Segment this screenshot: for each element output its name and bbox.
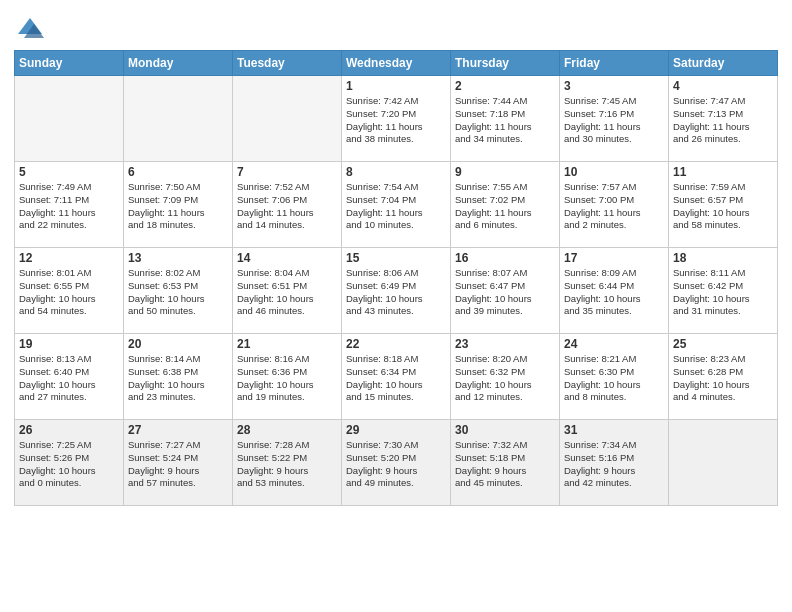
calendar-cell: 17Sunrise: 8:09 AM Sunset: 6:44 PM Dayli… [560, 248, 669, 334]
day-number: 30 [455, 423, 555, 437]
day-number: 3 [564, 79, 664, 93]
calendar-cell [669, 420, 778, 506]
calendar-cell: 7Sunrise: 7:52 AM Sunset: 7:06 PM Daylig… [233, 162, 342, 248]
day-number: 16 [455, 251, 555, 265]
calendar-weekday-wednesday: Wednesday [342, 51, 451, 76]
day-info: Sunrise: 7:30 AM Sunset: 5:20 PM Dayligh… [346, 439, 446, 490]
day-info: Sunrise: 7:32 AM Sunset: 5:18 PM Dayligh… [455, 439, 555, 490]
day-info: Sunrise: 8:09 AM Sunset: 6:44 PM Dayligh… [564, 267, 664, 318]
day-number: 15 [346, 251, 446, 265]
day-info: Sunrise: 8:21 AM Sunset: 6:30 PM Dayligh… [564, 353, 664, 404]
day-info: Sunrise: 7:47 AM Sunset: 7:13 PM Dayligh… [673, 95, 773, 146]
day-info: Sunrise: 7:59 AM Sunset: 6:57 PM Dayligh… [673, 181, 773, 232]
calendar-cell: 2Sunrise: 7:44 AM Sunset: 7:18 PM Daylig… [451, 76, 560, 162]
calendar-cell: 10Sunrise: 7:57 AM Sunset: 7:00 PM Dayli… [560, 162, 669, 248]
calendar-cell: 15Sunrise: 8:06 AM Sunset: 6:49 PM Dayli… [342, 248, 451, 334]
calendar-week-3: 19Sunrise: 8:13 AM Sunset: 6:40 PM Dayli… [15, 334, 778, 420]
calendar-week-1: 5Sunrise: 7:49 AM Sunset: 7:11 PM Daylig… [15, 162, 778, 248]
day-number: 26 [19, 423, 119, 437]
day-number: 4 [673, 79, 773, 93]
day-info: Sunrise: 7:27 AM Sunset: 5:24 PM Dayligh… [128, 439, 228, 490]
day-info: Sunrise: 8:02 AM Sunset: 6:53 PM Dayligh… [128, 267, 228, 318]
day-number: 17 [564, 251, 664, 265]
calendar-week-4: 26Sunrise: 7:25 AM Sunset: 5:26 PM Dayli… [15, 420, 778, 506]
day-info: Sunrise: 7:44 AM Sunset: 7:18 PM Dayligh… [455, 95, 555, 146]
day-info: Sunrise: 7:52 AM Sunset: 7:06 PM Dayligh… [237, 181, 337, 232]
calendar-cell: 6Sunrise: 7:50 AM Sunset: 7:09 PM Daylig… [124, 162, 233, 248]
calendar-weekday-saturday: Saturday [669, 51, 778, 76]
day-number: 5 [19, 165, 119, 179]
calendar-cell: 29Sunrise: 7:30 AM Sunset: 5:20 PM Dayli… [342, 420, 451, 506]
calendar-week-2: 12Sunrise: 8:01 AM Sunset: 6:55 PM Dayli… [15, 248, 778, 334]
day-number: 27 [128, 423, 228, 437]
calendar-weekday-sunday: Sunday [15, 51, 124, 76]
calendar-table: SundayMondayTuesdayWednesdayThursdayFrid… [14, 50, 778, 506]
calendar-weekday-monday: Monday [124, 51, 233, 76]
calendar-cell: 8Sunrise: 7:54 AM Sunset: 7:04 PM Daylig… [342, 162, 451, 248]
day-number: 18 [673, 251, 773, 265]
day-info: Sunrise: 7:49 AM Sunset: 7:11 PM Dayligh… [19, 181, 119, 232]
calendar-cell [15, 76, 124, 162]
day-info: Sunrise: 8:13 AM Sunset: 6:40 PM Dayligh… [19, 353, 119, 404]
calendar-cell: 31Sunrise: 7:34 AM Sunset: 5:16 PM Dayli… [560, 420, 669, 506]
calendar-cell: 13Sunrise: 8:02 AM Sunset: 6:53 PM Dayli… [124, 248, 233, 334]
day-number: 1 [346, 79, 446, 93]
day-number: 13 [128, 251, 228, 265]
day-info: Sunrise: 7:57 AM Sunset: 7:00 PM Dayligh… [564, 181, 664, 232]
day-info: Sunrise: 8:06 AM Sunset: 6:49 PM Dayligh… [346, 267, 446, 318]
day-number: 10 [564, 165, 664, 179]
day-number: 28 [237, 423, 337, 437]
calendar-cell: 1Sunrise: 7:42 AM Sunset: 7:20 PM Daylig… [342, 76, 451, 162]
day-number: 21 [237, 337, 337, 351]
calendar-cell: 25Sunrise: 8:23 AM Sunset: 6:28 PM Dayli… [669, 334, 778, 420]
calendar-cell: 18Sunrise: 8:11 AM Sunset: 6:42 PM Dayli… [669, 248, 778, 334]
day-number: 2 [455, 79, 555, 93]
logo [14, 14, 50, 46]
day-number: 7 [237, 165, 337, 179]
day-info: Sunrise: 7:54 AM Sunset: 7:04 PM Dayligh… [346, 181, 446, 232]
day-info: Sunrise: 8:23 AM Sunset: 6:28 PM Dayligh… [673, 353, 773, 404]
logo-icon [14, 14, 46, 46]
day-number: 11 [673, 165, 773, 179]
calendar-cell: 22Sunrise: 8:18 AM Sunset: 6:34 PM Dayli… [342, 334, 451, 420]
calendar-cell: 24Sunrise: 8:21 AM Sunset: 6:30 PM Dayli… [560, 334, 669, 420]
day-info: Sunrise: 8:04 AM Sunset: 6:51 PM Dayligh… [237, 267, 337, 318]
day-number: 24 [564, 337, 664, 351]
day-number: 9 [455, 165, 555, 179]
calendar-cell: 27Sunrise: 7:27 AM Sunset: 5:24 PM Dayli… [124, 420, 233, 506]
day-number: 23 [455, 337, 555, 351]
day-info: Sunrise: 8:07 AM Sunset: 6:47 PM Dayligh… [455, 267, 555, 318]
calendar-cell: 14Sunrise: 8:04 AM Sunset: 6:51 PM Dayli… [233, 248, 342, 334]
calendar-cell: 5Sunrise: 7:49 AM Sunset: 7:11 PM Daylig… [15, 162, 124, 248]
calendar-cell: 23Sunrise: 8:20 AM Sunset: 6:32 PM Dayli… [451, 334, 560, 420]
day-number: 31 [564, 423, 664, 437]
day-info: Sunrise: 7:25 AM Sunset: 5:26 PM Dayligh… [19, 439, 119, 490]
calendar-cell: 4Sunrise: 7:47 AM Sunset: 7:13 PM Daylig… [669, 76, 778, 162]
calendar-weekday-thursday: Thursday [451, 51, 560, 76]
day-info: Sunrise: 7:28 AM Sunset: 5:22 PM Dayligh… [237, 439, 337, 490]
calendar-cell: 20Sunrise: 8:14 AM Sunset: 6:38 PM Dayli… [124, 334, 233, 420]
day-info: Sunrise: 8:14 AM Sunset: 6:38 PM Dayligh… [128, 353, 228, 404]
calendar-cell: 21Sunrise: 8:16 AM Sunset: 6:36 PM Dayli… [233, 334, 342, 420]
day-info: Sunrise: 7:45 AM Sunset: 7:16 PM Dayligh… [564, 95, 664, 146]
day-info: Sunrise: 7:42 AM Sunset: 7:20 PM Dayligh… [346, 95, 446, 146]
day-info: Sunrise: 7:55 AM Sunset: 7:02 PM Dayligh… [455, 181, 555, 232]
calendar-cell: 16Sunrise: 8:07 AM Sunset: 6:47 PM Dayli… [451, 248, 560, 334]
day-number: 20 [128, 337, 228, 351]
calendar-cell: 30Sunrise: 7:32 AM Sunset: 5:18 PM Dayli… [451, 420, 560, 506]
day-number: 12 [19, 251, 119, 265]
calendar-cell [233, 76, 342, 162]
calendar-weekday-tuesday: Tuesday [233, 51, 342, 76]
day-number: 6 [128, 165, 228, 179]
calendar-cell: 9Sunrise: 7:55 AM Sunset: 7:02 PM Daylig… [451, 162, 560, 248]
header [14, 10, 778, 46]
day-number: 22 [346, 337, 446, 351]
day-info: Sunrise: 8:01 AM Sunset: 6:55 PM Dayligh… [19, 267, 119, 318]
page: SundayMondayTuesdayWednesdayThursdayFrid… [0, 0, 792, 612]
day-info: Sunrise: 7:50 AM Sunset: 7:09 PM Dayligh… [128, 181, 228, 232]
day-info: Sunrise: 8:18 AM Sunset: 6:34 PM Dayligh… [346, 353, 446, 404]
calendar-weekday-friday: Friday [560, 51, 669, 76]
calendar-cell: 28Sunrise: 7:28 AM Sunset: 5:22 PM Dayli… [233, 420, 342, 506]
day-number: 14 [237, 251, 337, 265]
calendar-header-row: SundayMondayTuesdayWednesdayThursdayFrid… [15, 51, 778, 76]
